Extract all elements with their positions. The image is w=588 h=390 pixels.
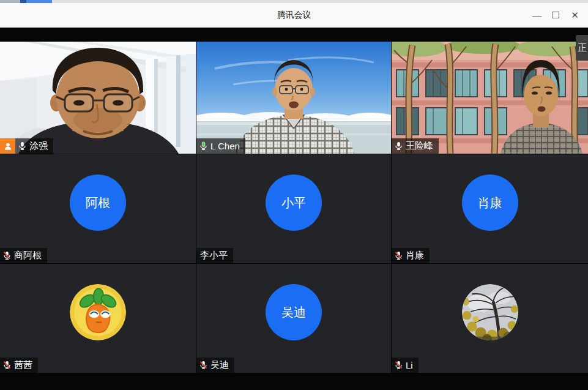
tencent-meeting-window: 腾讯会议 — ☐ ✕: [0, 0, 588, 390]
name-tag: 商阿根: [0, 248, 47, 263]
participant-name: 王险峰: [406, 140, 433, 152]
video-feed-beach-sky: [196, 42, 391, 154]
carrot-cartoon-avatar: [70, 284, 126, 340]
clipped-side-panel-button[interactable]: 正: [576, 35, 588, 61]
tile-tu-qiang[interactable]: 涂强: [0, 42, 196, 154]
name-tag: L Chen: [196, 138, 245, 154]
avatar-area: 阿根: [0, 154, 196, 263]
mic-muted-icon: [2, 251, 12, 260]
participant-name: 吴迪: [210, 359, 229, 371]
host-badge: [0, 138, 15, 154]
video-feed-white-room: [0, 42, 196, 154]
participant-name: L Chen: [210, 141, 240, 151]
participant-name: 涂强: [29, 140, 48, 152]
avatar-area: 小平: [196, 154, 391, 263]
name-tag: 吴迪: [196, 358, 234, 373]
window-title: 腾讯会议: [277, 10, 311, 21]
name-tag: 肖康: [392, 248, 430, 263]
window-controls: — ☐ ✕: [527, 3, 584, 28]
name-tag: 李小平: [196, 248, 233, 263]
mic-on-icon: [394, 141, 403, 151]
minimize-button[interactable]: —: [527, 6, 546, 24]
close-button[interactable]: ✕: [565, 6, 584, 24]
mic-speaking-icon: [199, 141, 208, 151]
initials-avatar: 肖康: [462, 174, 518, 231]
tree-photo-avatar: [462, 284, 518, 340]
participant-name: Li: [406, 360, 413, 370]
initials-avatar: 吴迪: [266, 284, 322, 340]
tile-li[interactable]: Li: [392, 264, 588, 373]
tile-li-xiaoping[interactable]: 小平 李小平: [196, 154, 391, 263]
avatar-area: [0, 264, 196, 373]
host-person-icon: [3, 141, 13, 151]
tile-shang-agen[interactable]: 阿根 商阿根: [0, 154, 196, 263]
mic-muted-icon: [394, 251, 403, 260]
name-tag: 茜茜: [0, 358, 38, 373]
participant-grid: 涂强: [0, 42, 588, 373]
participant-name: 李小平: [200, 250, 228, 261]
initials-avatar: 阿根: [70, 174, 126, 231]
tile-wang-xianfeng[interactable]: 王险峰: [392, 42, 588, 154]
tile-qianqian[interactable]: 茜茜: [0, 264, 196, 373]
participant-name: 商阿根: [14, 250, 42, 261]
mic-on-icon: [18, 141, 27, 151]
name-tag: 涂强: [0, 138, 53, 154]
video-feed-watercolor-building: [392, 42, 588, 154]
mic-muted-icon: [394, 361, 403, 370]
mic-muted-icon: [2, 361, 12, 370]
tile-xiao-kang[interactable]: 肖康 肖康: [392, 154, 588, 263]
avatar-area: [392, 264, 588, 373]
participant-name: 肖康: [406, 250, 424, 261]
avatar-area: 吴迪: [196, 264, 391, 373]
tile-wu-di[interactable]: 吴迪 吴迪: [196, 264, 391, 373]
top-black-bar: [0, 28, 588, 42]
bottom-black-bar: [0, 373, 588, 390]
initials-avatar: 小平: [266, 174, 322, 231]
avatar-area: 肖康: [392, 154, 588, 263]
participant-name: 茜茜: [14, 359, 32, 371]
tile-l-chen[interactable]: L Chen: [196, 42, 391, 154]
name-tag: Li: [392, 358, 419, 373]
maximize-button[interactable]: ☐: [546, 6, 565, 24]
name-tag: 王险峰: [392, 138, 439, 154]
titlebar[interactable]: 腾讯会议 — ☐ ✕: [0, 3, 588, 28]
mic-muted-icon: [199, 361, 208, 370]
